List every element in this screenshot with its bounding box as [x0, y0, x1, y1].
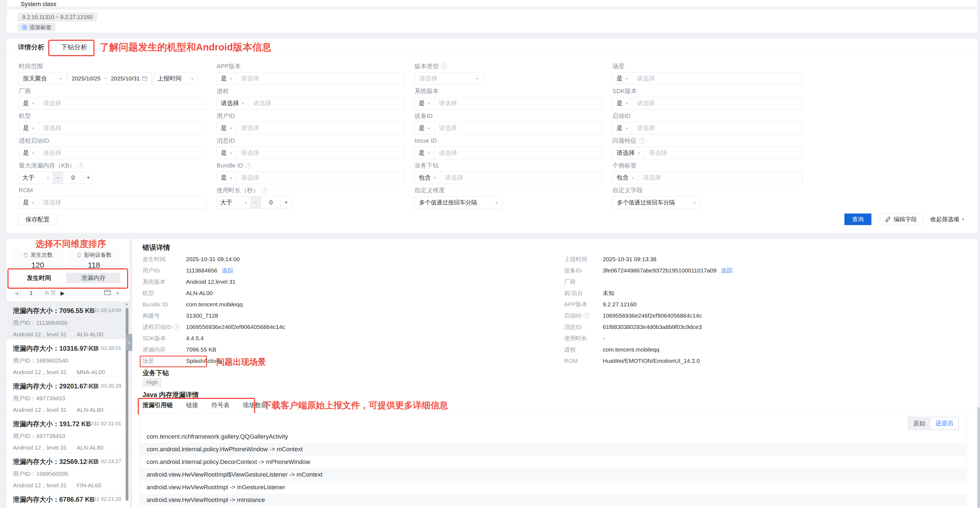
prefix-select[interactable]: 是∨: [415, 122, 434, 134]
prefix-select[interactable]: 是∨: [612, 73, 632, 84]
filter-value-input[interactable]: 请选择: [38, 198, 206, 206]
help-icon[interactable]: ?: [584, 313, 590, 319]
compare-value: 大于: [220, 198, 232, 206]
prefix-select[interactable]: 包含∨: [415, 171, 441, 184]
decrement-button[interactable]: −: [53, 171, 63, 184]
trace-link[interactable]: 追踪: [721, 267, 732, 275]
prefix-select[interactable]: 是∨: [19, 147, 38, 159]
prefix-select[interactable]: 是∨: [612, 122, 632, 134]
leak-list-item[interactable]: 泄漏内存大小：6786.67 KB10/31 02:21:20用户ID：9811…: [7, 490, 129, 508]
filter-value-input[interactable]: 请选择: [434, 124, 601, 132]
prefix-select[interactable]: 是∨: [415, 147, 434, 159]
collapse-sidebar-handle[interactable]: ‹: [126, 334, 132, 351]
filter-value-input[interactable]: 请选择: [237, 75, 404, 83]
filter-value-input[interactable]: 请选择: [248, 99, 404, 108]
leak-tab[interactable]: 链接: [186, 401, 198, 414]
add-tag-button[interactable]: 添加标签: [18, 23, 56, 32]
filter-select[interactable]: 多个值通过按回车分隔∨: [415, 196, 503, 209]
edit-fields-button[interactable]: 编辑字段: [878, 213, 923, 225]
help-icon[interactable]: ?: [639, 138, 645, 144]
prefix-select[interactable]: 是∨: [19, 197, 38, 208]
query-button[interactable]: 查询: [845, 213, 872, 225]
filter-value-input[interactable]: 请选择: [237, 173, 404, 182]
decrement-button[interactable]: −: [251, 196, 261, 209]
aggregate-select[interactable]: 按天聚合 ∨: [19, 72, 66, 85]
help-icon[interactable]: ?: [78, 162, 83, 168]
filter-label-text: APP版本: [216, 62, 241, 70]
chain-row: android.view.HwViewRootImpl -> mGestureL…: [140, 481, 967, 494]
save-config-button[interactable]: 保存配置: [18, 214, 57, 225]
filter-value-input[interactable]: 请选择: [644, 149, 802, 157]
increment-button[interactable]: +: [83, 171, 94, 184]
leak-tab[interactable]: 符号表: [212, 401, 229, 414]
chain-view-toggle-option[interactable]: 还原后: [931, 418, 958, 430]
detail-row: 消息ID61f8830380283e4d0b3a8b9f03c9dce3: [564, 321, 964, 332]
filter-value-input[interactable]: 请选择: [638, 173, 802, 182]
filter-value-input[interactable]: 请选择: [38, 99, 206, 108]
prefix-select[interactable]: 包含∨: [612, 171, 638, 184]
prefix-value: 是: [418, 124, 425, 132]
prefix-select[interactable]: 是∨: [19, 97, 38, 110]
tab-drilldown-analysis[interactable]: 下钻分析: [61, 38, 88, 56]
help-icon[interactable]: ?: [441, 64, 447, 70]
prefix-select[interactable]: 是∨: [612, 97, 632, 110]
filter-select[interactable]: 请选择∨: [415, 72, 484, 85]
prefix-value: 包含: [418, 173, 431, 182]
prefix-select[interactable]: 是∨: [19, 122, 38, 134]
compare-select[interactable]: 大于∨: [19, 171, 53, 184]
leak-list-item[interactable]: 泄漏内存大小：7096.55 KB10/31 09:14:00用户ID：1113…: [7, 302, 129, 339]
filter-value-input[interactable]: 请选择: [434, 149, 601, 157]
prev-page-button[interactable]: ◀: [12, 289, 21, 297]
prefix-select[interactable]: 是∨: [217, 73, 237, 84]
filter-value-input[interactable]: 请选择: [632, 75, 802, 83]
leak-list-item[interactable]: 泄漏内存大小：191.72 KB10/31 02:31:01用户ID：49773…: [7, 414, 129, 452]
card-view-icon[interactable]: [104, 289, 111, 296]
time-mode-select[interactable]: 上报时间 ∨: [153, 72, 198, 85]
filter-value-input[interactable]: 请选择: [441, 173, 601, 182]
leak-list-item[interactable]: 泄漏内存大小：32569.12 KB10/31 02:24:27用户ID：168…: [7, 452, 129, 490]
detail-label: 机型: [143, 289, 186, 297]
date-range-input[interactable]: 2025/10/25 ~ 2025/10/31: [67, 72, 152, 85]
filter-value-input[interactable]: 请选择: [237, 124, 404, 132]
value-input[interactable]: 0: [261, 196, 281, 209]
prefix-select[interactable]: 请选择∨: [217, 97, 248, 110]
value-input[interactable]: 0: [63, 171, 83, 184]
help-icon[interactable]: ?: [245, 162, 251, 168]
help-icon[interactable]: ?: [261, 187, 267, 194]
filter-value-input[interactable]: 请选择: [632, 99, 802, 108]
scroll-up-arrow[interactable]: ▲: [124, 302, 129, 306]
next-page-button[interactable]: ▶: [58, 289, 67, 297]
page-number-input[interactable]: 1: [21, 289, 41, 297]
leak-list-item[interactable]: 泄漏内存大小：29201.67 KB10/31 03:26:29用户ID：497…: [7, 377, 129, 414]
prefix-select[interactable]: 是∨: [217, 122, 237, 134]
prefix-select[interactable]: 是∨: [217, 147, 237, 159]
leak-list-item[interactable]: 泄漏内存大小：10316.97 KB10/31 03:28:01用户ID：169…: [7, 339, 129, 377]
tab-detail-analysis[interactable]: 详情分析: [18, 38, 45, 56]
detail-value: com.tencent.mobileqq: [186, 301, 242, 308]
trace-link[interactable]: 追踪: [222, 267, 234, 275]
help-icon[interactable]: ?: [173, 324, 180, 330]
prefix-select[interactable]: 请选择∨: [612, 147, 644, 159]
filter-value-input[interactable]: 请选择: [237, 149, 404, 157]
prefix-select[interactable]: 是∨: [217, 171, 237, 184]
detail-label-text: 泄漏内存: [143, 346, 165, 354]
compare-select[interactable]: 大于∨: [216, 196, 251, 209]
filter-value-input[interactable]: 请选择: [434, 99, 601, 108]
filter-actions: 查询 编辑字段 收起筛选项 ∧: [845, 213, 964, 225]
filter-select[interactable]: 多个值通过按回车分隔∨: [612, 196, 700, 209]
collapse-filters-button[interactable]: 收起筛选项 ∧: [931, 216, 964, 223]
prefix-select[interactable]: 是∨: [415, 97, 434, 110]
filter-control: 是∨请选择: [612, 72, 802, 85]
detail-row: 前/后台未知: [564, 287, 964, 298]
chain-view-toggle-option[interactable]: 原始: [908, 418, 931, 430]
filter-value-input[interactable]: 请选择: [632, 124, 802, 132]
sort-tab-occur-time[interactable]: 发生时间: [12, 273, 66, 283]
increment-button[interactable]: +: [281, 196, 291, 209]
chevron-down-icon[interactable]: ∨: [116, 291, 119, 295]
sort-tab-leak-memory[interactable]: 泄漏内存: [66, 273, 121, 283]
item-user-label: 用户ID：: [13, 395, 36, 402]
page-scrollbar[interactable]: [977, 407, 980, 508]
filter-value-input[interactable]: 请选择: [38, 149, 206, 157]
filter-value-input[interactable]: 请选择: [38, 124, 206, 132]
leak-tab[interactable]: 泄漏引用链: [143, 401, 173, 414]
